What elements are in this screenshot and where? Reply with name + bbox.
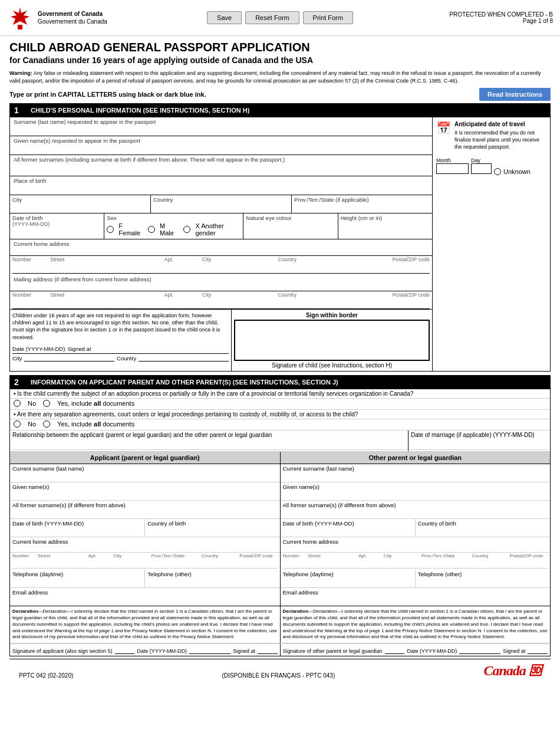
other-phone-daytime-input[interactable] xyxy=(283,577,413,586)
sex-x-radio[interactable] xyxy=(183,226,190,233)
applicant-address-input[interactable] xyxy=(12,559,278,568)
applicant-given-names-input[interactable] xyxy=(12,490,278,499)
eye-colour-input[interactable] xyxy=(246,221,335,230)
applicant-country-label: Country of birth xyxy=(147,520,277,527)
applicant-home-address-field: Current home address xyxy=(10,537,280,553)
answer1-row: No Yes, include all documents xyxy=(10,399,550,410)
question1-text: • Is the child currently the subject of … xyxy=(14,390,413,397)
country-input[interactable] xyxy=(153,203,289,212)
other-email-field: Email address xyxy=(281,588,551,606)
other-phone-other-input[interactable] xyxy=(418,577,548,586)
marriage-date-input[interactable] xyxy=(411,441,548,450)
applicant-country-input[interactable] xyxy=(147,527,277,535)
height-field: Height (cm or in) xyxy=(338,213,432,239)
number-label: Number xyxy=(12,257,50,262)
applicant-phone-other-label: Telephone (other) xyxy=(147,571,277,577)
sig-country-input[interactable] xyxy=(139,355,229,362)
other-sig-label: Signature of other parent or legal guard… xyxy=(283,648,383,654)
other-date-input[interactable] xyxy=(459,646,500,654)
prov-state-input[interactable] xyxy=(294,203,430,212)
applicant-date-input[interactable] xyxy=(189,646,230,654)
other-address-input[interactable] xyxy=(283,559,548,568)
save-button[interactable]: Save xyxy=(207,11,242,24)
height-input[interactable] xyxy=(341,221,430,230)
other-country-input[interactable] xyxy=(418,527,548,535)
govt-en: Government of Canada xyxy=(38,10,107,18)
q2-no-radio[interactable] xyxy=(14,420,21,428)
applicant-dob-label: Date of birth (YYYY-MM-DD) xyxy=(12,520,142,527)
sex-m-label: M Male xyxy=(160,222,179,236)
dob-label: Date of birth xyxy=(12,215,101,221)
other-sig-input[interactable] xyxy=(385,646,405,654)
applicant-email-label: Email address xyxy=(12,589,278,596)
instruction-bar: Type or print in CAPITAL LETTERS using b… xyxy=(9,88,551,101)
section2-number: 2 xyxy=(14,377,26,387)
sex-m-radio[interactable] xyxy=(148,226,155,233)
other-email-input[interactable] xyxy=(283,596,548,604)
applicant-address-input-area xyxy=(12,559,278,569)
warning-text: Warning: Any false or misleading stateme… xyxy=(9,70,551,84)
other-home-address-field: Current home address xyxy=(281,537,551,553)
former-surnames-input[interactable] xyxy=(14,164,429,172)
applicant-surname-input[interactable] xyxy=(12,472,278,481)
mailing-number-label: Number xyxy=(12,292,50,298)
other-declaration-text: Declaration—I solemnly declare that the … xyxy=(283,609,548,639)
other-signed-at-input[interactable] xyxy=(528,646,548,654)
section1-header: 1 CHILD'S PERSONAL INFORMATION (SEE INST… xyxy=(9,103,551,117)
city-input[interactable] xyxy=(12,203,148,212)
applicant-former-surnames-input[interactable] xyxy=(12,508,278,517)
q2-yes-radio[interactable] xyxy=(43,420,50,428)
city-field: City xyxy=(10,195,151,213)
applicant-dob-input[interactable] xyxy=(12,527,142,535)
applicant-addr-sub-labels: Number Street Apt. City Prov./Terr./Stat… xyxy=(10,553,280,559)
surname-input[interactable] xyxy=(14,126,429,134)
read-instructions-button[interactable]: Read Instructions xyxy=(479,88,551,101)
month-label: Month xyxy=(436,157,469,163)
q1-yes-radio[interactable] xyxy=(43,400,50,407)
applicant-sig-fields: Signature of applicant (also sign sectio… xyxy=(12,646,278,654)
other-dob-input[interactable] xyxy=(283,527,413,535)
mailing-address-input[interactable] xyxy=(12,298,430,307)
sig-city-input[interactable] xyxy=(24,355,114,362)
surname-label: Surname (last name) requested to appear … xyxy=(14,119,429,125)
home-address-input-row xyxy=(12,263,430,274)
other-given-names-input[interactable] xyxy=(283,490,548,499)
applicant-phone-daytime-input[interactable] xyxy=(12,577,142,586)
applicant-signed-at-input[interactable] xyxy=(258,646,278,654)
home-address-input[interactable] xyxy=(12,263,430,272)
place-of-birth-input[interactable] xyxy=(14,185,429,193)
print-form-button[interactable]: Print Form xyxy=(303,11,353,24)
applicant-sig-input[interactable] xyxy=(115,646,135,654)
q1-no-radio[interactable] xyxy=(14,400,21,407)
day-input[interactable] xyxy=(471,163,492,174)
other-country-label: Country of birth xyxy=(418,520,548,527)
applicant-email-input[interactable] xyxy=(12,596,278,604)
month-input[interactable] xyxy=(436,163,469,174)
home-address-label: Current home address xyxy=(14,241,429,247)
reset-form-button[interactable]: Reset Form xyxy=(245,11,299,24)
sex-options: F Female M Male X Another gender xyxy=(107,221,241,238)
q1-no-label: No xyxy=(28,400,36,407)
applicant-phone-other-input[interactable] xyxy=(147,577,277,586)
applicant-sig-row: Signature of applicant (also sign sectio… xyxy=(10,644,281,656)
sex-f-radio[interactable] xyxy=(107,226,114,233)
applicant-signed-at-label: Signed at xyxy=(233,648,255,654)
city-label: City xyxy=(12,196,148,203)
dob-input[interactable] xyxy=(12,227,101,236)
applicant-phone-row: Telephone (daytime) Telephone (other) xyxy=(10,570,280,588)
applicant-given-names-label: Given name(s) xyxy=(12,484,278,490)
marriage-date-field: Date of marriage (if applicable) (YYYY-M… xyxy=(409,431,550,451)
section1-body: Surname (last name) requested to appear … xyxy=(9,117,551,372)
signature-box[interactable] xyxy=(234,320,430,361)
unknown-radio[interactable] xyxy=(494,168,501,175)
sig-city-label: City xyxy=(12,355,22,362)
canada-logo: Government of Canada Gouvernement du Can… xyxy=(7,5,113,31)
relationship-input[interactable] xyxy=(12,441,406,450)
other-former-surnames-input[interactable] xyxy=(283,508,548,517)
mailing-country-label: Country xyxy=(278,292,354,298)
former-surnames-field: All former surnames (including surname a… xyxy=(10,155,432,176)
other-addr-sub-labels: Number Street Apt. City Prov./Terr./Stat… xyxy=(281,553,551,559)
given-name-input[interactable] xyxy=(14,145,429,153)
other-surname-input[interactable] xyxy=(283,472,548,481)
other-given-names-label: Given name(s) xyxy=(283,484,548,490)
